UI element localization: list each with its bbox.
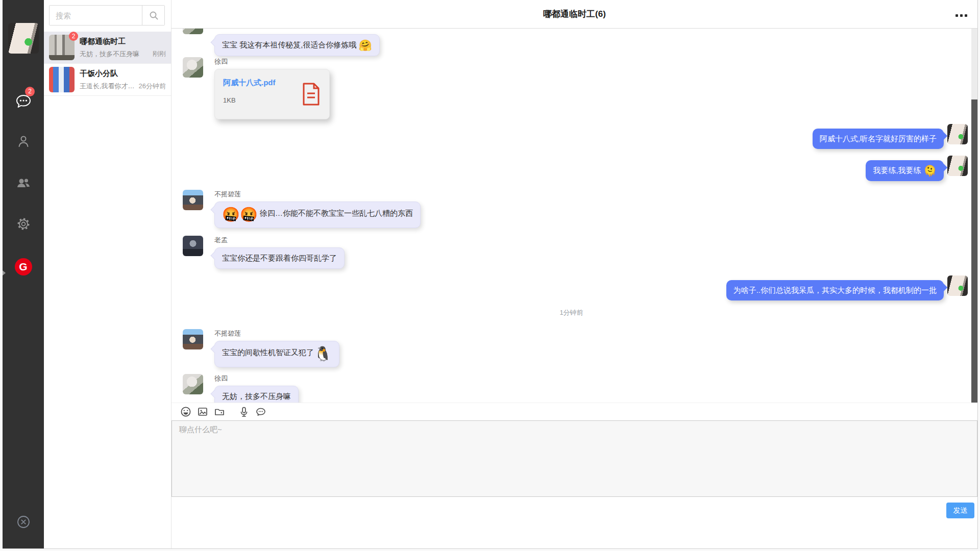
message-input[interactable]: [172, 421, 977, 496]
person-icon: [16, 134, 31, 149]
avatar[interactable]: [183, 190, 203, 210]
penguin-sticker: 🐧: [314, 346, 332, 362]
group-icon: [15, 175, 32, 191]
g-logo[interactable]: G: [15, 258, 32, 276]
contacts-nav-icon[interactable]: [16, 134, 31, 151]
message-bubble[interactable]: 阿威十八式,听名字就好厉害的样子: [813, 129, 944, 149]
panel-expander-arrow[interactable]: [3, 270, 6, 276]
conversation-title: 哪都通临时工: [80, 36, 166, 46]
nav-rail: 2 G: [3, 0, 44, 548]
message-bubble-icon: [255, 406, 266, 417]
voice-button[interactable]: [238, 406, 250, 418]
message-bubble[interactable]: 宝宝 我这有本祖传秘笈,很适合你修炼哦 🤗: [214, 34, 380, 56]
microphone-icon: [238, 406, 250, 417]
chat-record-button[interactable]: [255, 406, 267, 418]
sender-name: 不摇碧莲: [214, 329, 339, 338]
conversation-preview: 王道长,我看你才…: [80, 82, 136, 91]
logout-button[interactable]: [16, 514, 31, 532]
sender-name: 老孟: [214, 236, 345, 245]
search-icon: [149, 10, 159, 20]
emoji-button[interactable]: [180, 406, 192, 418]
user-avatar[interactable]: [8, 23, 39, 54]
close-circle-icon: [16, 514, 31, 530]
conversation-preview: 无妨，技多不压身嘛: [80, 49, 150, 59]
avatar[interactable]: [183, 374, 203, 394]
pdf-file-icon: [302, 83, 321, 108]
search-input[interactable]: [50, 6, 142, 25]
avatar[interactable]: [183, 57, 203, 78]
smiley-icon: [180, 406, 191, 417]
unread-badge: 2: [69, 32, 78, 41]
conversation-item[interactable]: 2 哪都通临时工 无妨，技多不压身嘛 刚刚: [44, 32, 171, 64]
file-button[interactable]: [213, 406, 226, 418]
conversation-title: 干饭小分队: [80, 68, 166, 79]
search-button[interactable]: [142, 6, 164, 25]
app-window: 2 G 2 哪都通临时工: [3, 0, 978, 549]
scrollbar-track[interactable]: [971, 29, 977, 431]
send-button[interactable]: 发送: [946, 503, 974, 518]
sender-name: 徐四: [214, 57, 330, 66]
message-row: 徐四 阿威十八式.pdf 1KB: [183, 57, 330, 119]
unread-badge: 2: [25, 87, 35, 96]
message-bubble[interactable]: 宝宝的间歇性机智证又犯了🐧: [214, 341, 339, 367]
more-options-icon[interactable]: [953, 12, 969, 19]
file-attachment-card[interactable]: 阿威十八式.pdf 1KB: [214, 69, 330, 119]
time-divider: 1分钟前: [172, 308, 971, 317]
message-bubble[interactable]: 宝宝你还是不要跟着你四哥乱学了: [214, 247, 345, 269]
message-row: 不摇碧莲 宝宝的间歇性机智证又犯了🐧: [183, 329, 339, 367]
avatar[interactable]: [947, 124, 968, 144]
gear-icon: [16, 216, 31, 232]
conversation-list-panel: 2 哪都通临时工 无妨，技多不压身嘛 刚刚 干饭小分队 王道长,我看你才… 26…: [44, 0, 172, 548]
avatar[interactable]: [183, 29, 203, 34]
melting-face-emoji: 🫠: [923, 165, 937, 177]
folder-icon: [214, 406, 225, 417]
message-bubble[interactable]: 🤬🤬 徐四…你能不能不教宝宝一些乱七八糟的东西: [214, 202, 421, 228]
conversation-time: 刚刚: [153, 49, 166, 59]
avatar[interactable]: [947, 276, 968, 296]
chat-title: 哪都通临时工(6): [172, 0, 977, 29]
message-bubble[interactable]: 我要练,我要练 🫠: [866, 160, 944, 181]
avatar[interactable]: [947, 156, 968, 176]
message-row: 我要练,我要练 🫠: [866, 156, 968, 181]
send-bar: 发送: [172, 497, 977, 520]
message-input-area: [172, 420, 977, 497]
scrollbar-thumb[interactable]: [971, 99, 977, 428]
conversation-avatar: 2: [49, 35, 75, 60]
message-row: 为啥子..你们总说我呆瓜，其实大多的时候，我都机制的一批: [726, 276, 968, 300]
settings-nav-icon[interactable]: [16, 216, 31, 234]
conversation-item[interactable]: 干饭小分队 王道长,我看你才… 26分钟前: [44, 64, 171, 96]
avatar[interactable]: [183, 329, 203, 349]
sender-name: 不摇碧莲: [214, 190, 421, 199]
conversation-time: 26分钟前: [139, 82, 166, 91]
image-button[interactable]: [197, 406, 209, 418]
message-row: 老孟 宝宝你还是不要跟着你四哥乱学了: [183, 236, 345, 269]
hug-emoji: 🤗: [359, 39, 372, 51]
chat-panel: 哪都通临时工(6) 宝宝 我这有本祖传秘笈,很适合你修炼哦 🤗 徐四 阿威十八式…: [172, 0, 977, 548]
message-row: 阿威十八式,听名字就好厉害的样子: [813, 124, 968, 149]
groups-nav-icon[interactable]: [15, 175, 32, 193]
chat-header: 哪都通临时工(6): [172, 0, 977, 29]
angry-emoji: 🤬🤬: [222, 207, 258, 222]
message-area: 宝宝 我这有本祖传秘笈,很适合你修炼哦 🤗 徐四 阿威十八式.pdf 1KB: [172, 29, 977, 431]
conversation-avatar: [49, 67, 75, 92]
message-bubble[interactable]: 为啥子..你们总说我呆瓜，其实大多的时候，我都机制的一批: [726, 280, 944, 300]
search-box: [49, 5, 165, 26]
sender-name: 徐四: [214, 374, 299, 383]
image-icon: [197, 406, 208, 417]
message-row: 不摇碧莲 🤬🤬 徐四…你能不能不教宝宝一些乱七八糟的东西: [183, 190, 421, 228]
composer-toolbar: [172, 403, 977, 420]
avatar[interactable]: [183, 236, 203, 256]
message-row: 宝宝 我这有本祖传秘笈,很适合你修炼哦 🤗: [183, 29, 380, 56]
group-avatar-image: [49, 67, 75, 92]
